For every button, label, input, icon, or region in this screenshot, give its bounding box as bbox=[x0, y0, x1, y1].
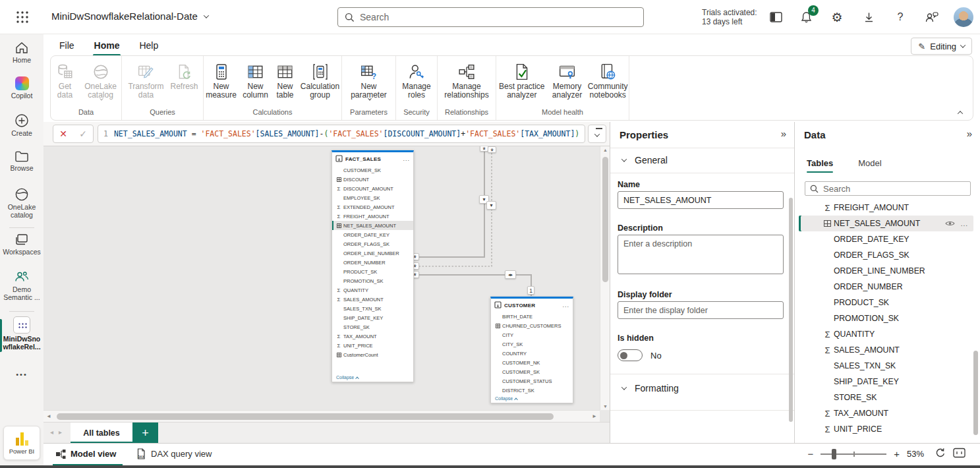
reset-zoom-icon[interactable] bbox=[935, 448, 946, 460]
calculation-group-button[interactable]: Calculation group bbox=[299, 61, 341, 100]
data-field-row[interactable]: ORDER_NUMBER ... bbox=[799, 279, 973, 295]
refresh-button[interactable]: Refresh bbox=[169, 61, 200, 91]
tab-scroll-arrows[interactable]: ◂▸ bbox=[50, 428, 67, 436]
nav-workspaces[interactable]: Workspaces bbox=[0, 233, 43, 256]
data-field-row[interactable]: SHIP_DATE_KEY ... bbox=[799, 374, 973, 390]
dax-query-view-tab[interactable]: DAX DAX query view bbox=[136, 444, 212, 464]
scroll-up-arrow[interactable]: ▲ bbox=[600, 148, 610, 152]
canvas-horizontal-scrollbar[interactable]: ◄ ► bbox=[43, 410, 600, 422]
table-field-row[interactable]: ORDER_FLAGS_SK bbox=[332, 239, 413, 249]
collapse-table-link[interactable]: Collapse bbox=[336, 375, 359, 380]
community-notebooks-button[interactable]: Community notebooks bbox=[587, 61, 629, 100]
scrollbar-thumb[interactable] bbox=[602, 157, 608, 282]
new-table-button[interactable]: New table bbox=[273, 61, 298, 100]
data-scrollbar-thumb[interactable] bbox=[973, 351, 978, 435]
data-field-row[interactable]: SALES_TXN_SK ... bbox=[799, 358, 973, 374]
transform-data-button[interactable]: Transform data bbox=[125, 61, 167, 100]
table-field-row[interactable]: CustomerCount bbox=[332, 350, 413, 359]
table-menu-button[interactable]: ... bbox=[562, 304, 569, 307]
table-field-row[interactable]: EMPLOYEE_SK bbox=[332, 193, 413, 202]
tab-help[interactable]: Help bbox=[138, 39, 159, 55]
app-launcher-icon[interactable] bbox=[16, 11, 29, 24]
formatting-section-header[interactable]: Formatting bbox=[622, 383, 679, 394]
new-parameter-button[interactable]: ? New parameter bbox=[347, 61, 391, 102]
best-practice-analyzer-button[interactable]: Best practice analyzer bbox=[496, 61, 548, 100]
zoom-slider[interactable] bbox=[821, 449, 886, 459]
table-field-row[interactable]: CUSTOMER_NK bbox=[491, 358, 573, 367]
tab-file[interactable]: File bbox=[58, 39, 76, 55]
nav-create[interactable]: Create bbox=[0, 113, 43, 137]
data-field-row[interactable]: QUANTITY ... bbox=[799, 326, 973, 342]
properties-scrollbar-thumb[interactable] bbox=[789, 198, 793, 422]
feedback-icon[interactable] bbox=[924, 9, 940, 25]
cross-filter-arrow-marker[interactable]: ▾ bbox=[486, 201, 496, 210]
nav-copilot[interactable]: Copilot bbox=[0, 76, 43, 100]
collapse-panel-icon[interactable]: » bbox=[781, 128, 786, 139]
relationship-line[interactable] bbox=[415, 146, 484, 257]
table-field-row[interactable]: STORE_SK bbox=[332, 322, 413, 332]
table-field-row[interactable]: CHURNED_CUSTOMERS bbox=[491, 321, 573, 330]
tab-tables[interactable]: Tables bbox=[807, 158, 833, 173]
tab-home[interactable]: Home bbox=[93, 39, 121, 55]
search-input[interactable] bbox=[360, 12, 637, 22]
slider-thumb[interactable] bbox=[832, 449, 836, 459]
description-field[interactable] bbox=[618, 235, 784, 274]
display-folder-field[interactable] bbox=[618, 301, 784, 319]
visibility-eye-icon[interactable] bbox=[945, 220, 955, 227]
nav-onelake-catalog[interactable]: OneLake catalog bbox=[0, 187, 43, 219]
power-bi-app-button[interactable]: Power BI bbox=[3, 426, 40, 460]
data-field-row[interactable]: NET_SALES_AMOUNT ... bbox=[799, 216, 973, 231]
document-title-dropdown[interactable]: MiniDwSnowflakeRelational-Date bbox=[51, 11, 208, 22]
collapse-panel-icon[interactable]: » bbox=[967, 128, 972, 139]
manage-relationships-button[interactable]: Manage relationships bbox=[440, 61, 494, 100]
table-field-row[interactable]: BIRTH_DATE bbox=[491, 312, 573, 321]
collapse-table-link[interactable]: Collapse bbox=[495, 396, 517, 401]
manage-roles-button[interactable]: Manage roles bbox=[399, 61, 434, 100]
table-field-row[interactable]: DISCOUNT_AMOUNT bbox=[332, 184, 413, 193]
table-field-row[interactable]: DISCOUNT bbox=[332, 175, 413, 184]
table-field-row[interactable]: COUNTRY bbox=[491, 349, 573, 358]
tab-model[interactable]: Model bbox=[858, 158, 881, 173]
table-field-row[interactable]: SHIP_DATE_KEY bbox=[332, 313, 413, 322]
model-view-tab[interactable]: Model view bbox=[55, 444, 116, 464]
onelake-catalog-button[interactable]: OneLake catalog bbox=[80, 61, 121, 102]
nav-home[interactable]: Home bbox=[0, 41, 43, 64]
data-field-row[interactable]: ORDER_FLAGS_SK ... bbox=[799, 247, 973, 263]
data-field-row[interactable]: ORDER_DATE_KEY ... bbox=[799, 231, 973, 247]
is-hidden-toggle[interactable] bbox=[618, 349, 643, 361]
nav-demo-semantic-workspace[interactable]: Demo Semantic ... bbox=[0, 270, 43, 301]
help-icon[interactable]: ? bbox=[892, 9, 908, 25]
canvas-vertical-scrollbar[interactable]: ▲ ▼ bbox=[600, 146, 610, 410]
data-field-row[interactable]: PROMOTION_SK ... bbox=[799, 310, 973, 326]
model-diagram-canvas[interactable]: * * ▾ ▾ * * * ◂▸ 1 FACT_SALES ... CUSTOM… bbox=[43, 146, 610, 422]
table-field-row[interactable]: SALES_AMOUNT bbox=[332, 295, 413, 304]
commit-formula-button[interactable]: ✓ bbox=[73, 125, 93, 142]
cardinality-many-marker[interactable]: * bbox=[488, 146, 496, 153]
table-field-row[interactable]: ORDER_DATE_KEY bbox=[332, 230, 413, 239]
zoom-out-button[interactable]: − bbox=[807, 448, 813, 459]
cross-filter-both-marker[interactable]: ◂▸ bbox=[505, 270, 516, 279]
editing-mode-dropdown[interactable]: ✎ Editing bbox=[911, 38, 972, 55]
table-card-header[interactable]: FACT_SALES ... bbox=[332, 152, 413, 165]
table-field-row[interactable]: DISTRICT_SK bbox=[491, 386, 573, 395]
table-card-customer[interactable]: CUSTOMER ... BIRTH_DATE CHURNED_CUSTOMER… bbox=[490, 297, 573, 403]
global-search[interactable] bbox=[337, 7, 644, 27]
formula-input[interactable]: 1 NET_SALES_AMOUNT = 'FACT_SALES'[SALES_… bbox=[98, 125, 585, 143]
data-field-row[interactable]: FREIGHT_AMOUNT ... bbox=[799, 200, 973, 216]
notifications-bell-icon[interactable]: 4 bbox=[798, 9, 814, 25]
scroll-left-arrow[interactable]: ◄ bbox=[46, 413, 51, 419]
name-field[interactable] bbox=[618, 191, 784, 209]
fields-search-input[interactable] bbox=[823, 184, 966, 194]
fields-search[interactable] bbox=[805, 181, 971, 196]
relationship-line-inactive[interactable] bbox=[415, 146, 492, 266]
scrollbar-thumb[interactable] bbox=[57, 413, 554, 420]
table-field-row[interactable]: TAX_AMOUNT bbox=[332, 332, 413, 341]
field-menu-button[interactable]: ... bbox=[961, 222, 968, 225]
scroll-right-arrow[interactable]: ► bbox=[592, 413, 597, 419]
table-field-row[interactable]: FREIGHT_AMOUNT bbox=[332, 212, 413, 221]
table-field-row[interactable]: EXTENDED_AMOUNT bbox=[332, 202, 413, 212]
table-field-row[interactable]: SALES_TXN_SK bbox=[332, 304, 413, 313]
table-field-row[interactable]: CITY_SK bbox=[491, 339, 573, 349]
table-field-row[interactable]: ORDER_NUMBER bbox=[332, 258, 413, 267]
data-field-row[interactable]: TAX_AMOUNT ... bbox=[799, 405, 973, 421]
